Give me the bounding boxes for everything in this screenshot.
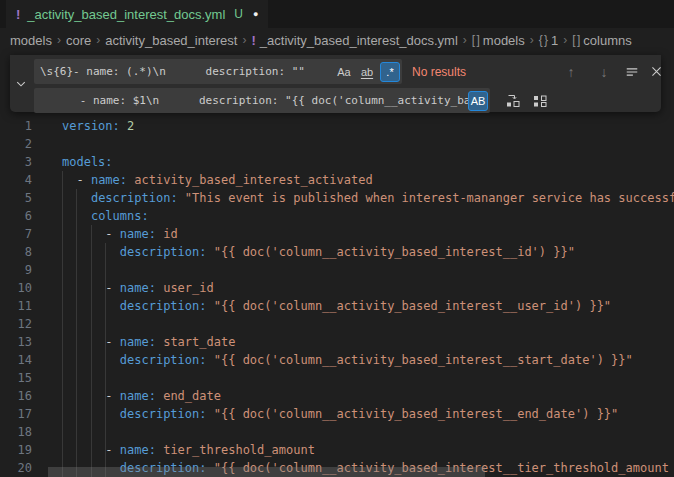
line-number: 3	[0, 153, 32, 171]
code-line[interactable]: 3models:	[0, 153, 674, 171]
breadcrumb-separator: ›	[563, 33, 567, 47]
code-line[interactable]: 10 - name: user_id	[0, 279, 674, 297]
replace-button[interactable]	[502, 88, 524, 113]
line-number: 6	[0, 207, 32, 225]
breadcrumb-label: columns	[583, 33, 631, 48]
line-number: 13	[0, 333, 32, 351]
whole-word-label: ab	[361, 66, 373, 78]
symbol-array-icon: [ ]	[472, 33, 479, 47]
match-case-button[interactable]: Aa	[334, 62, 354, 82]
line-number: 8	[0, 243, 32, 261]
code-line[interactable]: 16 - name: end_date	[0, 387, 674, 405]
code-text: description: "{{ doc('column__activity_b…	[62, 405, 618, 423]
breadcrumb-separator: ›	[57, 33, 61, 47]
breadcrumb-label: core	[66, 33, 91, 48]
horizontal-scrollbar[interactable]	[48, 467, 485, 477]
code-text: models:	[62, 153, 113, 171]
line-number: 4	[0, 171, 32, 189]
yaml-file-icon: !	[16, 7, 20, 22]
code-line[interactable]: 14 description: "{{ doc('column__activit…	[0, 351, 674, 369]
selection-lines-icon	[625, 65, 639, 79]
breadcrumb-separator: ›	[530, 33, 534, 47]
replace-all-button[interactable]	[529, 88, 551, 113]
breadcrumb-separator: ›	[242, 33, 246, 47]
find-replace-widget: \s{6}- name: (.*)\n description: "" Aa a…	[10, 55, 661, 112]
breadcrumb-separator: ›	[463, 33, 467, 47]
vscode-editor-window: ! _activity_based_interest_docs.yml U ● …	[0, 0, 674, 477]
line-number: 7	[0, 225, 32, 243]
breadcrumb-label: activity_based_interest	[105, 33, 237, 48]
replace-icon	[505, 93, 521, 109]
line-number: 14	[0, 351, 32, 369]
yaml-icon: !	[251, 33, 255, 48]
breadcrumb-label: models	[10, 33, 52, 48]
breadcrumb-item[interactable]: [ ]models	[472, 33, 525, 48]
code-line[interactable]: 5 description: "This event is published …	[0, 189, 674, 207]
breadcrumb-item[interactable]: models	[10, 33, 52, 48]
code-text: description: "{{ doc('column__activity_b…	[62, 243, 575, 261]
tab-bar: ! _activity_based_interest_docs.yml U ●	[0, 0, 674, 28]
code-line[interactable]: 4 - name: activity_based_interest_activa…	[0, 171, 674, 189]
toggle-replace-button[interactable]	[10, 55, 32, 112]
code-line[interactable]: 13 - name: start_date	[0, 333, 674, 351]
line-number: 15	[0, 369, 32, 387]
code-line[interactable]: 19 - name: tier_threshold_amount	[0, 441, 674, 459]
previous-match-button[interactable]: ↑	[560, 59, 582, 84]
tab-active-yml-file[interactable]: ! _activity_based_interest_docs.yml U ●	[6, 0, 268, 28]
code-text: - name: id	[62, 225, 178, 243]
preserve-case-button[interactable]: AB	[468, 91, 488, 111]
code-line[interactable]: 2	[0, 135, 674, 153]
breadcrumb-item[interactable]: [ ]columns	[572, 33, 631, 48]
line-number: 12	[0, 315, 32, 333]
git-untracked-badge: U	[234, 7, 243, 21]
breadcrumb-item[interactable]: { }1	[539, 33, 559, 48]
code-text: - name: start_date	[62, 333, 235, 351]
whole-word-button[interactable]: ab	[357, 62, 377, 82]
breadcrumb-item[interactable]: core	[66, 33, 91, 48]
breadcrumb-item[interactable]: !_activity_based_interest_docs.yml	[251, 33, 457, 48]
code-line[interactable]: 15	[0, 369, 674, 387]
find-in-selection-button[interactable]	[621, 59, 643, 84]
line-number: 17	[0, 405, 32, 423]
find-input[interactable]: \s{6}- name: (.*)\n description: "" Aa a…	[34, 59, 402, 84]
symbol-object-icon: { }	[539, 33, 547, 47]
replace-input[interactable]: - name: $1\n description: "{{ doc('colum…	[34, 88, 490, 113]
find-input-value: \s{6}- name: (.*)\n description: ""	[40, 65, 334, 78]
tab-filename: _activity_based_interest_docs.yml	[27, 7, 225, 22]
regex-button[interactable]: .*	[380, 62, 400, 82]
symbol-array-icon: [ ]	[572, 33, 579, 47]
code-text: - name: user_id	[62, 279, 214, 297]
replace-all-icon	[532, 93, 548, 109]
code-line[interactable]: 6 columns:	[0, 207, 674, 225]
next-match-button[interactable]: ↓	[593, 59, 615, 84]
editor-lines: 1version: 223models:4 - name: activity_b…	[0, 117, 674, 477]
code-line[interactable]: 1version: 2	[0, 117, 674, 135]
breadcrumb-label: 1	[551, 33, 558, 48]
code-line[interactable]: 12	[0, 315, 674, 333]
code-line[interactable]: 7 - name: id	[0, 225, 674, 243]
line-number: 19	[0, 441, 32, 459]
code-line[interactable]: 8 description: "{{ doc('column__activity…	[0, 243, 674, 261]
close-find-widget-button[interactable]	[645, 59, 667, 84]
code-line[interactable]: 11 description: "{{ doc('column__activit…	[0, 297, 674, 315]
code-line[interactable]: 18	[0, 423, 674, 441]
code-text: - name: activity_based_interest_activate…	[62, 171, 373, 189]
replace-input-value: - name: $1\n description: "{{ doc('colum…	[40, 94, 468, 107]
line-number: 11	[0, 297, 32, 315]
line-number: 2	[0, 135, 32, 153]
code-text: - name: end_date	[62, 387, 221, 405]
unsaved-changes-dot[interactable]: ●	[253, 9, 258, 19]
line-number: 5	[0, 189, 32, 207]
code-text: columns:	[62, 207, 149, 225]
code-text: version: 2	[62, 117, 134, 135]
breadcrumb-item[interactable]: activity_based_interest	[105, 33, 237, 48]
line-number: 1	[0, 117, 32, 135]
line-number: 9	[0, 261, 32, 279]
line-number: 18	[0, 423, 32, 441]
breadcrumb-label: models	[483, 33, 525, 48]
code-text: description: "This event is published wh…	[62, 189, 674, 207]
code-line[interactable]: 9	[0, 261, 674, 279]
code-line[interactable]: 17 description: "{{ doc('column__activit…	[0, 405, 674, 423]
close-icon	[650, 65, 663, 78]
code-text: description: "{{ doc('column__activity_b…	[62, 297, 611, 315]
